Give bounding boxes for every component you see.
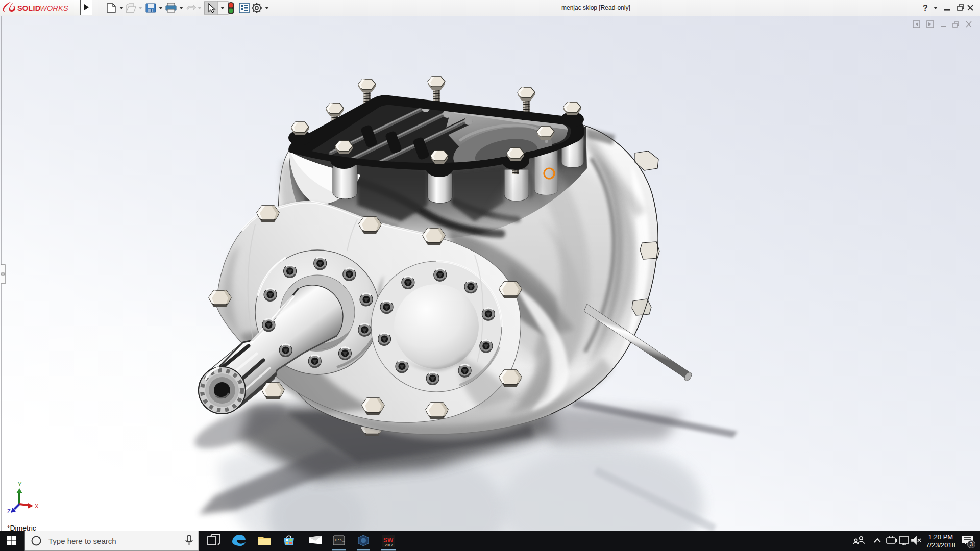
svg-text:?: ? (923, 4, 928, 12)
svg-text:Type here to search: Type here to search (48, 537, 116, 545)
svg-text:C:\_: C:\_ (335, 538, 345, 542)
svg-text:WORKS: WORKS (40, 4, 68, 12)
svg-text:3: 3 (970, 541, 973, 547)
svg-text:SOLID: SOLID (17, 4, 40, 12)
svg-text:7/23/2018: 7/23/2018 (926, 541, 955, 549)
svg-text:2017: 2017 (385, 543, 393, 547)
svg-text:SW: SW (383, 537, 394, 544)
svg-text:1:20 PM: 1:20 PM (928, 533, 953, 541)
